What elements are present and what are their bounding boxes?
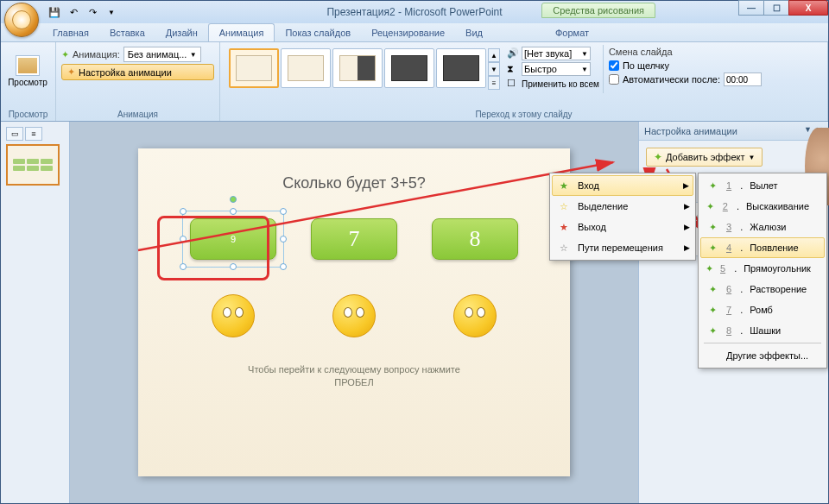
effect-checkerboard[interactable]: ✦8. Шашки <box>700 320 825 341</box>
menu-motion-paths[interactable]: ☆Пути перемещения▶ <box>552 237 693 258</box>
thumbnail-tab-slides[interactable]: ▭ <box>6 127 23 141</box>
star-icon: ✦ <box>61 49 69 60</box>
transition-item[interactable] <box>384 48 434 88</box>
group-label-preview: Просмотр <box>6 108 50 121</box>
more-effects[interactable]: Другие эффекты... <box>700 345 825 366</box>
rotation-handle[interactable] <box>230 196 237 203</box>
transition-item[interactable] <box>332 48 383 88</box>
apply-to-all-button[interactable]: ☐Применить ко всем <box>507 78 599 90</box>
on-click-checkbox[interactable]: По щелчку <box>609 60 762 71</box>
ribbon: Просмотр Просмотр ✦ Анимация: Без анимац… <box>1 42 828 122</box>
emoji-shape[interactable] <box>332 294 376 337</box>
auto-after-checkbox[interactable]: Автоматически после:00:00 <box>609 72 762 86</box>
minimize-button[interactable]: — <box>738 0 764 16</box>
slide-canvas: Сколько будет 3+5? 9 7 8 <box>138 148 570 476</box>
preview-label: Просмотр <box>8 78 47 87</box>
tab-home[interactable]: Главная <box>42 24 99 41</box>
tab-format[interactable]: Формат <box>545 24 599 41</box>
titlebar: 💾 ↶ ↷ ▼ Презентация2 - Microsoft PowerPo… <box>1 1 828 23</box>
entrance-effects-menu: ✦1. Вылет ✦2. Выскакивание ✦3. Жалюзи ✦4… <box>698 173 827 369</box>
menu-exit[interactable]: ★Выход▶ <box>552 217 693 237</box>
ribbon-tabs: Главная Вставка Дизайн Анимация Показ сл… <box>1 23 828 42</box>
selection-handles[interactable] <box>182 211 284 268</box>
office-button[interactable] <box>4 3 39 37</box>
preview-button[interactable]: Просмотр <box>6 45 49 97</box>
window-title: Презентация2 - Microsoft PowerPoint <box>326 6 502 18</box>
menu-emphasis[interactable]: ☆Выделение▶ <box>552 196 693 217</box>
tab-insert[interactable]: Вставка <box>99 24 155 41</box>
tab-design[interactable]: Дизайн <box>155 24 208 41</box>
emoji-shape[interactable] <box>453 294 497 337</box>
group-label-transition: Переход к этому слайду <box>225 108 822 121</box>
effect-category-menu: ★Вход▶ ☆Выделение▶ ★Выход▶ ☆Пути перемещ… <box>549 173 696 261</box>
group-label-animation: Анимация <box>61 108 214 121</box>
emoji-shape[interactable] <box>212 294 255 337</box>
animation-label: Анимация: <box>73 49 120 60</box>
animation-combo[interactable]: Без анимац...▼ <box>123 47 201 62</box>
slide-thumbnails-panel: ▭ ≡ <box>1 122 70 503</box>
maximize-button[interactable]: ☐ <box>763 0 789 16</box>
redo-icon[interactable]: ↷ <box>84 3 101 21</box>
qat-more-icon[interactable]: ▼ <box>103 3 120 21</box>
speed-icon: ⧗ <box>507 63 519 75</box>
answer-button-9[interactable]: 9 <box>190 218 276 260</box>
drawing-tools-context-tab[interactable]: Средства рисования <box>541 3 655 18</box>
transition-none[interactable] <box>229 48 279 88</box>
quick-access-toolbar: 💾 ↶ ↷ ▼ <box>46 3 120 21</box>
tab-view[interactable]: Вид <box>455 24 493 41</box>
apply-icon: ☐ <box>507 78 519 90</box>
effect-fly-in[interactable]: ✦1. Вылет <box>700 175 825 196</box>
effect-appear[interactable]: ✦4. Появление <box>700 237 825 258</box>
advance-slide-title: Смена слайда <box>609 47 762 57</box>
time-input[interactable]: 00:00 <box>724 72 762 86</box>
custom-animation-button[interactable]: ✦ Настройка анимации <box>61 64 214 80</box>
slide-thumbnail-1[interactable] <box>6 144 60 186</box>
gallery-more[interactable]: ▲▼≡ <box>488 48 500 90</box>
effect-dissolve[interactable]: ✦6. Растворение <box>700 279 825 299</box>
effect-peek-in[interactable]: ✦2. Выскакивание <box>700 196 825 217</box>
effect-blinds[interactable]: ✦3. Жалюзи <box>700 217 825 237</box>
speed-combo[interactable]: Быстро▼ <box>522 62 591 76</box>
close-button[interactable]: X <box>788 0 828 16</box>
tab-review[interactable]: Рецензирование <box>361 24 455 41</box>
sound-icon: 🔊 <box>507 47 519 60</box>
add-effect-star-icon: ✦ <box>654 151 662 163</box>
transition-gallery[interactable]: ▲▼≡ <box>225 45 503 93</box>
save-icon[interactable]: 💾 <box>46 3 63 21</box>
add-effect-button[interactable]: ✦ Добавить эффект ▼ <box>646 148 763 167</box>
transition-item[interactable] <box>281 48 331 88</box>
thumbnail-tab-outline[interactable]: ≡ <box>25 127 42 141</box>
task-pane-title: Настройка анимации <box>644 126 737 136</box>
tab-animation[interactable]: Анимация <box>208 23 275 41</box>
answer-button-8[interactable]: 8 <box>432 218 518 260</box>
tab-slideshow[interactable]: Показ слайдов <box>275 24 361 41</box>
answer-button-7[interactable]: 7 <box>311 218 397 260</box>
undo-icon[interactable]: ↶ <box>65 3 82 21</box>
transition-item[interactable] <box>436 48 486 88</box>
slide-question-text[interactable]: Сколько будет 3+5? <box>173 174 535 192</box>
menu-entrance[interactable]: ★Вход▶ <box>552 175 693 196</box>
effect-diamond[interactable]: ✦7. Ромб <box>700 299 825 320</box>
sound-combo[interactable]: [Нет звука]▼ <box>522 47 591 60</box>
effect-box[interactable]: ✦5. Прямоугольник <box>700 258 825 279</box>
preview-icon <box>16 55 40 76</box>
gear-star-icon: ✦ <box>67 66 75 78</box>
slide-hint-text[interactable]: Чтобы перейти к следующему вопросу нажми… <box>173 363 535 390</box>
